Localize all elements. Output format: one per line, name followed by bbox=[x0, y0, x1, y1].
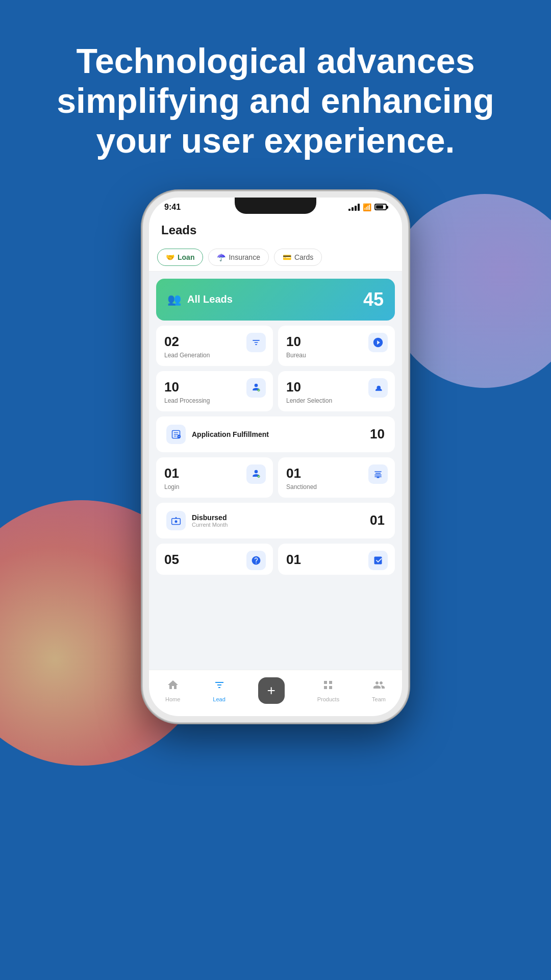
all-leads-card[interactable]: 👥 All Leads 45 bbox=[156, 279, 395, 321]
login-icon bbox=[246, 464, 266, 484]
stats-row-2: 10 Lead Processing 10 bbox=[156, 371, 395, 411]
scroll-content: 👥 All Leads 45 02 Lead Generation bbox=[149, 272, 402, 582]
full-card-application[interactable]: Application Fulfillment 10 bbox=[156, 416, 395, 452]
loan-icon: 🤝 bbox=[166, 253, 174, 261]
login-label: Login bbox=[164, 483, 265, 491]
svg-point-3 bbox=[258, 475, 260, 477]
stat-card-bureau[interactable]: 10 Bureau bbox=[278, 326, 395, 366]
disbursed-sublabel: Current Month bbox=[192, 522, 228, 528]
tab-loan-label: Loan bbox=[178, 253, 194, 261]
battery-icon bbox=[374, 204, 387, 210]
svg-point-6 bbox=[175, 520, 178, 523]
svg-rect-4 bbox=[377, 476, 380, 478]
lead-gen-label: Lead Generation bbox=[164, 352, 265, 359]
full-card-disbursed[interactable]: Disbursed Current Month 01 bbox=[156, 503, 395, 538]
headline: Technological advances simplifying and e… bbox=[0, 0, 551, 181]
application-icon bbox=[166, 425, 186, 444]
signal-icon bbox=[348, 204, 360, 211]
all-leads-label: All Leads bbox=[187, 293, 233, 305]
stat-card-partial-1[interactable]: 05 bbox=[156, 544, 273, 575]
status-icons: 📶 bbox=[348, 203, 387, 211]
all-leads-left: 👥 All Leads bbox=[167, 293, 233, 306]
all-leads-icon: 👥 bbox=[167, 293, 181, 306]
lead-gen-icon bbox=[246, 333, 266, 352]
lender-sel-icon bbox=[368, 378, 388, 398]
wifi-icon: 📶 bbox=[363, 203, 371, 211]
partial-2-icon bbox=[368, 551, 388, 570]
disbursed-icon bbox=[166, 511, 186, 530]
sanctioned-label: Sanctioned bbox=[286, 483, 387, 491]
partial-1-icon bbox=[246, 551, 266, 570]
stats-row-1: 02 Lead Generation 10 Bureau bbox=[156, 326, 395, 366]
phone-wrapper: 9:41 📶 Leads 🤝 bbox=[0, 191, 551, 722]
app-content: Leads 🤝 Loan ☂️ Insurance 💳 Cards bbox=[149, 215, 402, 582]
disbursed-info: Disbursed Current Month bbox=[192, 513, 228, 528]
tab-cards[interactable]: 💳 Cards bbox=[274, 249, 322, 266]
application-left: Application Fulfillment bbox=[166, 425, 269, 444]
sanctioned-icon bbox=[368, 464, 388, 484]
stats-row-3: 01 Login 01 bbox=[156, 457, 395, 498]
insurance-icon: ☂️ bbox=[217, 253, 226, 261]
tab-insurance[interactable]: ☂️ Insurance bbox=[208, 249, 268, 266]
phone-frame: 9:41 📶 Leads 🤝 bbox=[143, 191, 408, 722]
app-title: Leads bbox=[149, 215, 402, 243]
tab-loan[interactable]: 🤝 Loan bbox=[157, 249, 203, 266]
stat-card-sanctioned[interactable]: 01 Sanctioned bbox=[278, 457, 395, 498]
stat-card-lender-selection[interactable]: 10 Lender Selection bbox=[278, 371, 395, 411]
stat-card-lead-generation[interactable]: 02 Lead Generation bbox=[156, 326, 273, 366]
bureau-icon bbox=[368, 333, 388, 352]
status-time: 9:41 bbox=[164, 203, 181, 212]
all-leads-count: 45 bbox=[363, 289, 384, 310]
lead-proc-icon bbox=[246, 378, 266, 398]
application-count: 10 bbox=[370, 426, 385, 442]
disbursed-left: Disbursed Current Month bbox=[166, 511, 228, 530]
stat-card-lead-processing[interactable]: 10 Lead Processing bbox=[156, 371, 273, 411]
partial-row: 05 01 bbox=[156, 544, 395, 575]
stat-card-login[interactable]: 01 Login bbox=[156, 457, 273, 498]
lender-sel-label: Lender Selection bbox=[286, 397, 387, 404]
svg-point-0 bbox=[258, 388, 260, 391]
cards-icon: 💳 bbox=[283, 253, 291, 261]
disbursed-count: 01 bbox=[370, 512, 385, 528]
phone-notch bbox=[235, 198, 316, 214]
application-info: Application Fulfillment bbox=[192, 430, 269, 438]
tab-insurance-label: Insurance bbox=[229, 253, 260, 261]
tab-bar: 🤝 Loan ☂️ Insurance 💳 Cards bbox=[149, 243, 402, 272]
disbursed-label: Disbursed bbox=[192, 513, 228, 522]
application-label: Application Fulfillment bbox=[192, 430, 269, 438]
lead-proc-label: Lead Processing bbox=[164, 397, 265, 404]
stat-card-partial-2[interactable]: 01 bbox=[278, 544, 395, 575]
phone-screen: 9:41 📶 Leads 🤝 bbox=[149, 198, 402, 716]
tab-cards-label: Cards bbox=[294, 253, 313, 261]
bureau-label: Bureau bbox=[286, 352, 387, 359]
